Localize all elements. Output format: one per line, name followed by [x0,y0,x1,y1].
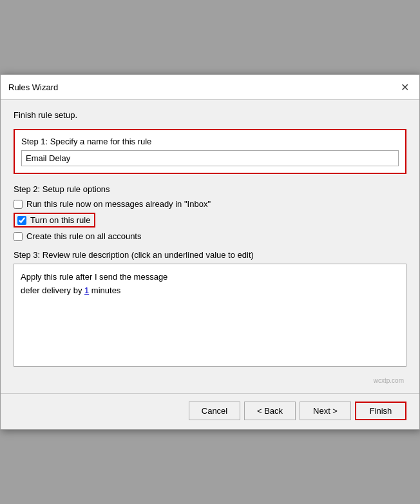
description-line1: Apply this rule after I send the message [21,271,399,284]
option3-label: Create this rule on all accounts [26,231,141,241]
watermark: wcxtp.com [14,376,406,385]
step1-box: Step 1: Specify a name for this rule [14,129,406,174]
next-button[interactable]: Next > [300,402,351,420]
option3-checkbox[interactable] [14,232,23,241]
option1-checkbox[interactable] [14,200,23,209]
close-button[interactable]: ✕ [397,80,412,94]
step3-label: Step 3: Review rule description (click a… [14,250,406,260]
dialog-title: Rules Wizard [8,82,58,92]
option2-checkbox[interactable] [17,216,26,225]
step2-label: Step 2: Setup rule options [14,184,406,194]
description-line2-suffix: minutes [89,286,120,295]
finish-button[interactable]: Finish [355,402,406,420]
step1-label: Step 1: Specify a name for this rule [21,137,399,146]
rules-wizard-dialog: Rules Wizard ✕ Finish rule setup. Step 1… [0,74,420,430]
description-line2: defer delivery by 1 minutes [21,284,399,298]
title-bar: Rules Wizard ✕ [1,75,419,100]
option1-row: Run this rule now on messages already in… [14,199,406,209]
back-button[interactable]: < Back [244,402,296,420]
option2-row: Turn on this rule [17,215,90,225]
option1-label: Run this rule now on messages already in… [26,199,211,209]
description-box: Apply this rule after I send the message… [14,264,406,367]
step2-section: Step 2: Setup rule options Run this rule… [14,184,406,241]
description-line2-prefix: defer delivery by [21,286,84,295]
step3-section: Step 3: Review rule description (click a… [14,250,406,367]
rule-name-input[interactable] [21,150,399,166]
option2-label: Turn on this rule [30,215,90,225]
option3-row: Create this rule on all accounts [14,231,406,241]
button-row: Cancel < Back Next > Finish [1,393,419,429]
dialog-body: Finish rule setup. Step 1: Specify a nam… [1,100,419,393]
cancel-button[interactable]: Cancel [189,402,240,420]
dialog-subtitle: Finish rule setup. [14,110,406,120]
option2-highlight-box: Turn on this rule [14,213,95,228]
